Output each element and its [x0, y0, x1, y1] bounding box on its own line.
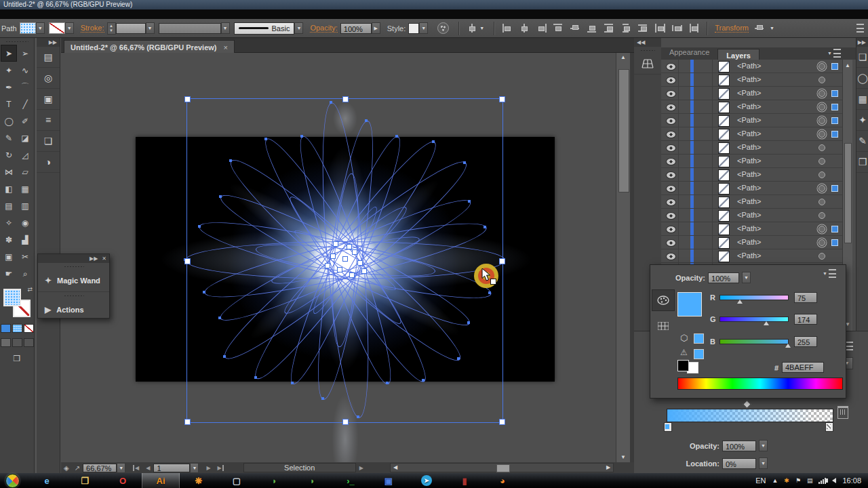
- handle-top-left[interactable]: [184, 96, 191, 102]
- screen-mode-icon[interactable]: ❒: [0, 354, 34, 363]
- collapsed-panel-icon[interactable]: ▦: [856, 89, 868, 110]
- layer-thumbnail[interactable]: [718, 115, 730, 127]
- tool-button[interactable]: ▣: [1, 248, 17, 265]
- stroke-label[interactable]: Stroke:: [81, 24, 104, 33]
- antivirus-tray-icon[interactable]: ✱: [784, 477, 789, 484]
- selection-square[interactable]: [831, 104, 838, 110]
- target-circle-icon[interactable]: [818, 77, 825, 83]
- layer-row[interactable]: <Path>: [661, 222, 842, 236]
- status-field[interactable]: Selection: [243, 463, 356, 472]
- gpu-preview-icon[interactable]: ◈: [64, 464, 69, 472]
- handle-bottom-center[interactable]: [342, 419, 349, 425]
- visibility-eye-icon[interactable]: [666, 171, 676, 179]
- width-profile-field[interactable]: [159, 23, 221, 34]
- visibility-eye-icon[interactable]: [666, 90, 676, 98]
- scroll-up-icon[interactable]: ▲: [843, 61, 852, 70]
- visibility-eye-icon[interactable]: [666, 77, 676, 84]
- panel-menu-icon[interactable]: ▼: [827, 49, 841, 58]
- layer-thumbnail[interactable]: [718, 169, 730, 181]
- stroke-weight-stepper[interactable]: ▲▼: [107, 22, 116, 35]
- layer-thumbnail[interactable]: [718, 197, 730, 208]
- layer-name[interactable]: <Path>: [737, 184, 761, 192]
- fill-dropdown-icon[interactable]: ▼: [36, 22, 45, 34]
- slider-thumb-icon[interactable]: [785, 344, 791, 348]
- collapsed-panel-icon[interactable]: ❏: [856, 47, 868, 68]
- tool-button[interactable]: ◯: [1, 113, 17, 129]
- panel-tab[interactable]: Appearance: [661, 46, 717, 60]
- hex-value-field[interactable]: [782, 362, 824, 373]
- artboard-dropdown-icon[interactable]: ▼: [190, 463, 199, 473]
- selection-square[interactable]: [831, 131, 838, 138]
- tool-button[interactable]: ⌕: [17, 265, 33, 282]
- selection-square[interactable]: [831, 239, 838, 246]
- close-tab-icon[interactable]: ×: [224, 43, 228, 52]
- horizontal-scroll-thumb[interactable]: [496, 464, 510, 472]
- stroke-weight-field[interactable]: [116, 23, 146, 34]
- layers-scroll-thumb[interactable]: [844, 143, 852, 243]
- align-icon[interactable]: [553, 24, 564, 33]
- horizontal-scrollbar[interactable]: ◀ ▶: [390, 463, 614, 472]
- tool-button[interactable]: ╱: [17, 96, 33, 113]
- tool-button[interactable]: ✽: [1, 231, 17, 248]
- stroke-dropdown-icon[interactable]: ▼: [65, 22, 74, 34]
- handle-bottom-left[interactable]: [184, 419, 191, 425]
- select-similar-icon[interactable]: [467, 24, 477, 33]
- gradient-midpoint-marker[interactable]: [743, 400, 751, 409]
- opacity-label[interactable]: Opacity:: [310, 24, 337, 33]
- color-opacity-field[interactable]: 100%: [708, 272, 739, 283]
- taskbar-app-button[interactable]: ›_: [332, 473, 370, 488]
- last-artboard-icon[interactable]: ▶: [218, 465, 224, 471]
- layer-thumbnail[interactable]: [718, 183, 730, 195]
- style-field[interactable]: [408, 23, 419, 34]
- canvas[interactable]: [61, 53, 616, 462]
- layer-thumbnail[interactable]: [718, 102, 730, 113]
- collapsed-panel-icon[interactable]: ◎: [37, 68, 60, 89]
- handle-middle-right[interactable]: [499, 258, 505, 264]
- tool-button[interactable]: T: [1, 96, 17, 113]
- collapsed-panel-icon[interactable]: ✦: [856, 110, 868, 131]
- export-icon[interactable]: ↗: [75, 464, 80, 472]
- collapsed-panel-icon[interactable]: ❒: [856, 152, 868, 173]
- transform-dropdown-icon[interactable]: ▼: [768, 23, 776, 33]
- layer-name[interactable]: <Path>: [737, 197, 761, 205]
- select-similar-dropdown-icon[interactable]: ▼: [478, 23, 486, 33]
- target-circle-icon[interactable]: [818, 171, 825, 178]
- zoom-field[interactable]: 66,67%: [83, 464, 117, 472]
- draw-normal-button[interactable]: [1, 338, 11, 347]
- taskbar-app-button[interactable]: O: [104, 473, 142, 488]
- layer-name[interactable]: <Path>: [737, 116, 761, 124]
- brush-dropdown-icon[interactable]: ▼: [294, 22, 303, 34]
- tool-button[interactable]: ⋈: [1, 163, 17, 180]
- visibility-eye-icon[interactable]: [666, 144, 676, 152]
- opacity-dropdown-icon[interactable]: ▶: [372, 22, 380, 34]
- out-of-gamut-cube-icon[interactable]: ⬡: [680, 333, 688, 343]
- layer-name[interactable]: <Path>: [737, 238, 761, 246]
- align-icon[interactable]: [570, 24, 580, 33]
- layer-row[interactable]: <Path>: [661, 114, 842, 127]
- selection-bounding-box[interactable]: [186, 98, 503, 423]
- layer-thumbnail[interactable]: [718, 251, 730, 262]
- target-circle-icon[interactable]: [818, 226, 825, 232]
- tool-button[interactable]: ◧: [1, 180, 17, 197]
- visibility-eye-icon[interactable]: [666, 117, 676, 125]
- delete-stop-icon[interactable]: [837, 406, 848, 419]
- layer-name[interactable]: <Path>: [737, 224, 761, 232]
- selection-square[interactable]: [831, 117, 838, 124]
- artboard-number-field[interactable]: 1: [153, 464, 190, 472]
- gradient-stop-end[interactable]: [825, 422, 833, 432]
- collapsed-panel-icon[interactable]: ▣: [37, 89, 60, 110]
- tool-button[interactable]: ✎: [1, 129, 17, 146]
- align-icon[interactable]: [536, 24, 547, 33]
- perspective-grid-panel-icon[interactable]: [634, 54, 661, 75]
- collapsed-panel-icon[interactable]: ◑: [37, 152, 60, 173]
- layer-thumbnail[interactable]: [718, 210, 730, 222]
- tool-button[interactable]: ▟: [17, 231, 33, 248]
- target-circle-icon[interactable]: [818, 104, 825, 110]
- tool-button[interactable]: ▤: [1, 197, 17, 214]
- handle-bottom-right[interactable]: [499, 419, 505, 425]
- align-icon[interactable]: [621, 24, 631, 33]
- layer-name[interactable]: <Path>: [737, 143, 761, 151]
- layer-row[interactable]: <Path>: [661, 127, 842, 141]
- visibility-eye-icon[interactable]: [666, 185, 676, 192]
- align-icon[interactable]: [638, 24, 648, 33]
